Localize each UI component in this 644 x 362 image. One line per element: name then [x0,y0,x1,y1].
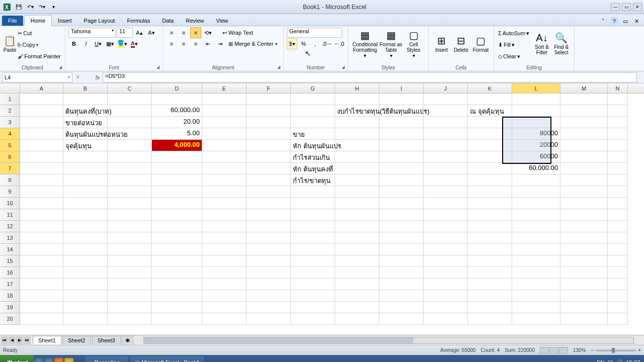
cell-E8[interactable] [202,174,247,186]
cell-C1[interactable] [108,94,152,105]
cell-N16[interactable] [608,267,628,279]
cell-H12[interactable] [335,221,379,232]
col-header-E[interactable]: E [202,83,247,93]
cell-I8[interactable] [379,174,424,186]
horizontal-scrollbar[interactable] [143,337,634,344]
row-header-13[interactable]: 13 [0,232,20,244]
row-header-17[interactable]: 17 [0,279,20,290]
cell-E10[interactable] [202,198,247,209]
cell-E17[interactable] [202,279,247,290]
cell-G10[interactable] [291,198,335,209]
cell-H2[interactable]: งบกำไรขาดทุน(วิธีต้นทุนผันแปร) [335,105,379,117]
paste-button[interactable]: 📋 Paste [3,27,17,60]
select-all-corner[interactable] [0,83,20,93]
merge-center-button[interactable]: ⊞Merge & Center▾ [226,38,279,49]
cell-B13[interactable] [63,232,108,244]
cell-E12[interactable] [202,221,247,232]
cell-D5[interactable]: 4,000.00 [152,140,202,151]
cell-B19[interactable] [63,302,108,313]
cell-E16[interactable] [202,267,247,279]
tab-review[interactable]: Review [180,16,210,26]
delete-cells-button[interactable]: ⊟Delete [451,27,471,60]
cell-M18[interactable] [560,290,608,302]
cell-H17[interactable] [335,279,379,290]
cell-M15[interactable] [560,255,608,267]
row-header-8[interactable]: 8 [0,174,20,186]
row-header-3[interactable]: 3 [0,117,20,128]
sheet-nav-last-icon[interactable]: ⏭ [24,336,31,344]
cell-D8[interactable] [152,174,202,186]
cell-J20[interactable] [424,313,468,325]
wrap-text-button[interactable]: ↩Wrap Text [220,27,255,38]
cell-A5[interactable] [20,140,63,151]
cell-A17[interactable] [20,279,63,290]
cell-F16[interactable] [247,267,291,279]
cell-I15[interactable] [379,255,424,267]
cell-A15[interactable] [20,255,63,267]
cell-E9[interactable] [202,186,247,198]
cell-F17[interactable] [247,279,291,290]
cell-K15[interactable] [468,255,512,267]
cell-H7[interactable] [335,163,379,174]
cell-I7[interactable] [379,163,424,174]
col-header-H[interactable]: H [335,83,379,93]
font-name-select[interactable]: Tahoma▾ [68,28,116,38]
cell-L1[interactable] [512,94,560,105]
cell-A20[interactable] [20,313,63,325]
cell-N1[interactable] [608,94,628,105]
cell-B8[interactable] [63,174,108,186]
cell-G17[interactable] [291,279,335,290]
cell-M7[interactable] [560,163,608,174]
cell-C15[interactable] [108,255,152,267]
cell-I1[interactable] [379,94,424,105]
cell-C12[interactable] [108,221,152,232]
save-icon[interactable]: 💾 [14,2,24,12]
cell-M19[interactable] [560,302,608,313]
cell-E7[interactable] [202,163,247,174]
cell-L14[interactable] [512,244,560,255]
cell-M5[interactable] [560,140,608,151]
cell-G15[interactable] [291,255,335,267]
format-painter-button[interactable]: 🖌Format Painter [17,51,62,62]
cell-C17[interactable] [108,279,152,290]
cell-I10[interactable] [379,198,424,209]
cell-G4[interactable]: ขาย [291,128,335,140]
cell-A10[interactable] [20,198,63,209]
cell-D6[interactable] [152,151,202,163]
cell-C19[interactable] [108,302,152,313]
cell-N14[interactable] [608,244,628,255]
cell-M13[interactable] [560,232,608,244]
cell-E3[interactable] [202,117,247,128]
accounting-format-button[interactable]: $▾ [287,38,297,49]
cell-E15[interactable] [202,255,247,267]
cell-G6[interactable]: กำไรส่วนเกิน [291,151,335,163]
align-top-icon[interactable]: ≡ [166,27,177,38]
row-header-20[interactable]: 20 [0,313,20,325]
cell-D9[interactable] [152,186,202,198]
cell-A4[interactable] [20,128,63,140]
sheet-nav-first-icon[interactable]: ⏮ [1,336,8,344]
cell-B4[interactable]: ต้นทุนผันแปรต่อหน่วย [63,128,108,140]
cell-B7[interactable] [63,163,108,174]
cell-N7[interactable] [608,163,628,174]
sheet-tab-2[interactable]: Sheet2 [62,336,91,344]
quicklaunch-icon[interactable] [34,358,43,362]
copy-button[interactable]: ⎘Copy▾ [17,39,62,50]
cell-L3[interactable] [512,117,560,128]
sheet-nav-next-icon[interactable]: ▶ [16,336,23,344]
decrease-indent-icon[interactable]: ⇤ [202,38,213,49]
cell-F4[interactable] [247,128,291,140]
cell-G13[interactable] [291,232,335,244]
row-header-5[interactable]: 5 [0,140,20,151]
row-header-19[interactable]: 19 [0,302,20,313]
cell-F13[interactable] [247,232,291,244]
cell-H18[interactable] [335,290,379,302]
cell-K1[interactable] [468,94,512,105]
cell-C10[interactable] [108,198,152,209]
cell-I4[interactable] [379,128,424,140]
page-break-view-button[interactable] [559,347,568,354]
cancel-formula-icon[interactable]: ✕ [72,74,83,80]
cell-J1[interactable] [424,94,468,105]
cell-F12[interactable] [247,221,291,232]
cell-I19[interactable] [379,302,424,313]
